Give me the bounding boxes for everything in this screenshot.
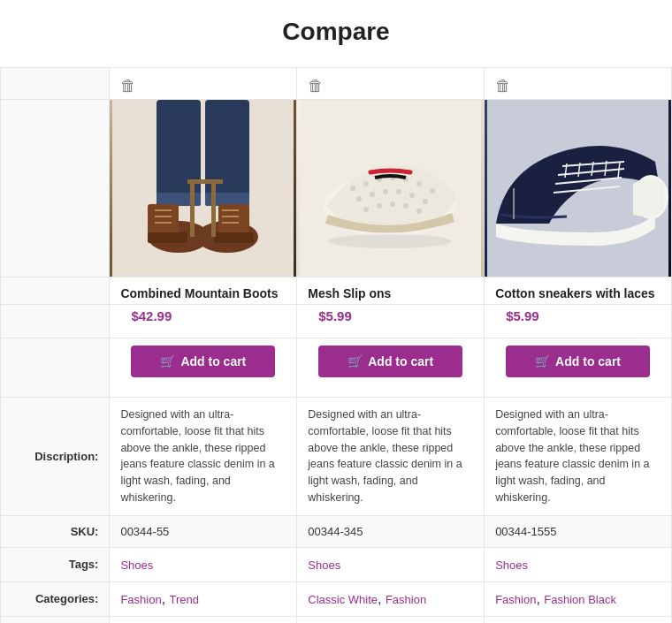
sneaker-svg <box>487 100 668 277</box>
categories-cell-2: Classic White, Fashion <box>297 581 485 616</box>
categories-label: Categories: <box>1 581 110 616</box>
tags-cell-3: Shoes <box>485 547 672 581</box>
page-title: Compare <box>0 0 672 67</box>
product-image-3 <box>485 100 671 277</box>
categories-row: Categories: Fashion, Trend Classic White… <box>1 581 672 616</box>
svg-point-39 <box>416 209 422 214</box>
svg-point-30 <box>370 192 375 197</box>
category-link-3-1[interactable]: Fashion <box>495 593 536 606</box>
svg-rect-19 <box>211 184 216 237</box>
category-link-1-1[interactable]: Fashion <box>120 593 161 606</box>
categories-cell-1: Fashion, Trend <box>110 581 297 616</box>
svg-rect-0 <box>112 100 294 277</box>
boots-svg <box>112 100 294 277</box>
cart-label-cell-bottom <box>1 616 110 623</box>
svg-point-36 <box>377 203 382 209</box>
trash-cell-2: 🗑 <box>297 68 485 100</box>
add-to-cart-button-top-3[interactable]: 🛒 Add to cart <box>506 346 650 377</box>
name-cell-2: Mesh Slip ons <box>297 277 485 305</box>
add-to-cart-button-top-1[interactable]: 🛒 Add to cart <box>131 346 275 377</box>
cart-cell-bottom-3: 🛒 Add to cart <box>485 616 672 623</box>
tag-link-2-1[interactable]: Shoes <box>308 558 340 572</box>
svg-point-35 <box>363 207 369 212</box>
product-price-2: $5.99 <box>308 307 473 330</box>
svg-point-40 <box>328 234 452 248</box>
price-cell-1: $42.99 <box>110 305 297 338</box>
category-link-3-2[interactable]: Fashion Black <box>544 593 616 606</box>
trash-row: 🗑 🗑 🗑 <box>1 68 672 100</box>
category-link-2-1[interactable]: Classic White <box>308 593 378 606</box>
tags-label: Tags: <box>1 547 110 581</box>
price-cell-2: $5.99 <box>297 305 485 338</box>
cart-label-cell-top <box>1 338 110 398</box>
desc-cell-3: Designed with an ultra-comfortable, loos… <box>485 398 672 516</box>
product-image-2 <box>297 100 484 277</box>
product-price-1: $42.99 <box>120 307 286 330</box>
svg-point-33 <box>409 193 415 198</box>
svg-point-32 <box>396 189 401 194</box>
slip-svg <box>300 100 481 277</box>
cart-icon-top-2: 🛒 <box>347 354 363 368</box>
desc-cell-2: Designed with an ultra-comfortable, loos… <box>297 398 485 516</box>
name-cell-3: Cotton sneakers with laces <box>485 277 672 305</box>
image-cell-2 <box>297 100 485 277</box>
sku-label: SKU: <box>1 515 110 547</box>
trash-label-cell <box>1 68 110 100</box>
cart-icon-top-3: 🛒 <box>535 354 550 368</box>
description-label: Discription: <box>1 398 110 516</box>
svg-point-28 <box>430 188 435 194</box>
category-link-2-2[interactable]: Fashion <box>386 593 426 606</box>
price-label-cell <box>1 305 110 338</box>
name-cell-1: Combined Mountain Boots <box>110 277 297 305</box>
product-image-1 <box>110 100 296 277</box>
name-label-cell <box>1 277 110 305</box>
sku-row: SKU: 00344-55 00344-345 00344-1555 <box>1 515 672 547</box>
trash-icon-1[interactable]: 🗑 <box>120 77 136 95</box>
sku-cell-2: 00344-345 <box>297 515 485 547</box>
categories-cell-3: Fashion, Fashion Black <box>485 581 672 616</box>
svg-point-29 <box>356 196 362 201</box>
add-to-cart-top-row: 🛒 Add to cart 🛒 Add to cart 🛒 Add to car… <box>1 338 672 398</box>
tag-link-3-1[interactable]: Shoes <box>495 558 528 572</box>
svg-point-23 <box>363 181 369 186</box>
add-to-cart-button-top-2[interactable]: 🛒 Add to cart <box>318 346 462 377</box>
tag-link-1-1[interactable]: Shoes <box>120 558 153 572</box>
trash-icon-2[interactable]: 🗑 <box>308 77 324 95</box>
cart-cell-bottom-1: 🛒 Add to cart <box>110 616 297 623</box>
svg-rect-17 <box>187 179 223 184</box>
name-row: Combined Mountain Boots Mesh Slip ons Co… <box>1 277 672 305</box>
add-to-cart-label-top-3: Add to cart <box>555 354 621 368</box>
trash-cell-1: 🗑 <box>110 68 297 100</box>
cart-cell-bottom-2: 🛒 Add to cart <box>297 616 485 623</box>
svg-point-38 <box>403 203 409 209</box>
tags-row: Tags: Shoes Shoes Shoes <box>1 547 672 581</box>
tags-cell-2: Shoes <box>297 547 485 581</box>
svg-point-27 <box>416 181 422 186</box>
sku-cell-3: 00344-1555 <box>485 515 672 547</box>
desc-cell-1: Designed with an ultra-comfortable, loos… <box>110 398 297 516</box>
trash-icon-3[interactable]: 🗑 <box>495 77 511 95</box>
svg-rect-13 <box>214 232 254 243</box>
description-row: Discription: Designed with an ultra-comf… <box>1 398 672 516</box>
svg-rect-7 <box>148 232 187 243</box>
add-to-cart-label-top-2: Add to cart <box>368 354 433 368</box>
svg-point-37 <box>390 201 395 207</box>
image-row <box>1 100 672 277</box>
product-name-2: Mesh Slip ons <box>308 286 473 300</box>
cart-cell-top-2: 🛒 Add to cart <box>297 338 485 398</box>
add-to-cart-bottom-row: 🛒 Add to cart 🛒 Add to cart 🛒 Add to car… <box>1 616 672 623</box>
price-row: $42.99 $5.99 $5.99 <box>1 305 672 338</box>
add-to-cart-label-top-1: Add to cart <box>180 354 246 368</box>
sku-cell-1: 00344-55 <box>110 515 297 547</box>
image-cell-1 <box>110 100 297 277</box>
category-link-1-2[interactable]: Trend <box>170 593 199 606</box>
svg-point-22 <box>350 186 355 191</box>
compare-table: 🗑 🗑 🗑 <box>0 67 672 623</box>
tags-cell-1: Shoes <box>110 547 297 581</box>
svg-point-31 <box>383 189 388 194</box>
image-label-cell <box>1 100 110 277</box>
svg-rect-18 <box>190 184 195 237</box>
product-name-3: Cotton sneakers with laces <box>495 286 661 300</box>
product-price-3: $5.99 <box>495 307 661 330</box>
cart-cell-top-1: 🛒 Add to cart <box>110 338 297 398</box>
